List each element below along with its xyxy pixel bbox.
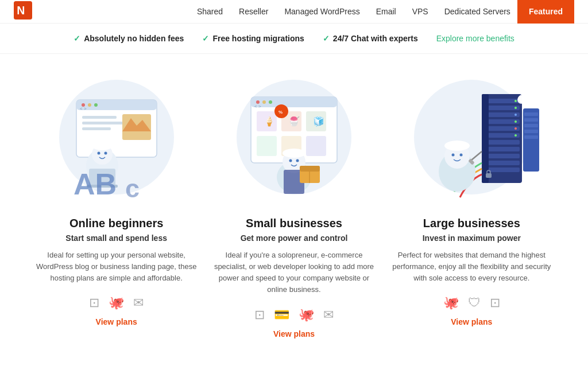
check-icon-1: ✓	[74, 34, 80, 43]
main-nav: N Shared Reseller Managed WordPress Emai…	[0, 0, 588, 24]
svg-point-27	[262, 100, 266, 104]
svg-rect-74	[524, 130, 538, 133]
nav-vps[interactable]: VPS	[412, 7, 428, 16]
svg-rect-55	[484, 119, 520, 124]
svg-point-79	[460, 154, 463, 157]
card-desc-large: Perfect for websites that demand the hig…	[391, 250, 552, 284]
svg-point-63	[514, 100, 517, 102]
card-subtitle-beginners: Start small and spend less	[65, 233, 167, 243]
svg-text:c: c	[125, 174, 140, 203]
svg-text:%: %	[278, 110, 283, 115]
svg-rect-9	[82, 116, 117, 119]
svg-rect-70	[523, 108, 539, 172]
icon-shared-beginners: ⊡	[89, 295, 99, 310]
svg-rect-58	[484, 140, 520, 145]
icon-person-large: 🐙	[443, 295, 459, 310]
cards-row: < >	[34, 77, 554, 338]
svg-point-16	[97, 152, 100, 155]
svg-point-66	[514, 120, 517, 123]
card-desc-beginners: Ideal for setting up your personal websi…	[36, 250, 197, 284]
svg-point-64	[514, 107, 517, 109]
card-large-businesses: Large businesses Invest in maximum power…	[390, 77, 554, 338]
icon-server-large: ⊡	[490, 295, 500, 310]
nav-shared[interactable]: Shared	[197, 7, 223, 16]
svg-rect-60	[484, 154, 520, 158]
view-plans-beginners[interactable]: View plans	[96, 317, 137, 326]
svg-text:🍧: 🍧	[288, 116, 300, 127]
svg-point-46	[283, 149, 305, 158]
svg-rect-57	[484, 133, 520, 138]
card-online-beginners: < >	[34, 77, 198, 338]
svg-text:< >: < >	[254, 104, 261, 109]
svg-text:N: N	[17, 4, 25, 17]
nav-email[interactable]: Email	[376, 7, 396, 16]
icon-card-small: 💳	[274, 307, 289, 322]
svg-rect-59	[484, 147, 520, 151]
svg-point-17	[104, 152, 107, 155]
svg-rect-72	[524, 118, 538, 122]
card-small-businesses: < > % 🍦 🍧 🧊	[212, 77, 376, 338]
svg-text:AB: AB	[74, 168, 117, 201]
svg-rect-52	[484, 99, 520, 103]
svg-rect-10	[82, 122, 128, 124]
nav-managed-wordpress[interactable]: Managed WordPress	[284, 7, 359, 16]
svg-text:< >: < >	[80, 106, 87, 111]
svg-point-67	[514, 127, 517, 130]
nav-dedicated-servers[interactable]: Dedicated Servers	[444, 7, 510, 16]
benefit-label-1: Absolutely no hidden fees	[84, 34, 184, 43]
check-icon-3: ✓	[323, 34, 330, 43]
svg-text:🧊: 🧊	[313, 116, 324, 127]
svg-point-86	[517, 96, 525, 104]
icon-person-beginners: 🐙	[109, 295, 124, 310]
svg-point-68	[514, 134, 517, 137]
benefit-chat: ✓ 24/7 Chat with experts	[323, 34, 418, 43]
svg-rect-71	[524, 112, 538, 116]
check-icon-2: ✓	[202, 34, 209, 43]
svg-point-18	[92, 141, 113, 150]
icons-row-small: ⊡ 💳 🐙 ✉	[254, 307, 334, 322]
benefit-no-hidden-fees: ✓ Absolutely no hidden fees	[74, 34, 184, 43]
nav-links: Shared Reseller Managed WordPress Email …	[197, 7, 510, 16]
benefit-label-3: 24/7 Chat with experts	[333, 34, 418, 43]
svg-rect-61	[484, 161, 520, 165]
logo[interactable]: N	[14, 1, 32, 22]
icon-person-small: 🐙	[299, 307, 314, 322]
svg-point-87	[525, 96, 532, 103]
svg-text:🍦: 🍦	[264, 116, 275, 127]
nav-reseller[interactable]: Reseller	[239, 7, 268, 16]
svg-point-6	[88, 103, 91, 107]
svg-point-78	[452, 154, 455, 157]
icons-row-large: 🐙 🛡 ⊡	[443, 295, 500, 310]
svg-point-28	[269, 100, 272, 104]
icon-shield-large: 🛡	[468, 295, 481, 310]
svg-rect-33	[257, 136, 277, 156]
svg-rect-73	[524, 124, 538, 127]
illustration-beginners: < >	[42, 77, 191, 203]
explore-more-link[interactable]: Explore more benefits	[436, 34, 514, 43]
featured-button[interactable]: Featured	[517, 0, 574, 24]
icons-row-beginners: ⊡ 🐙 ✉	[89, 295, 144, 310]
view-plans-large[interactable]: View plans	[451, 317, 492, 326]
card-subtitle-small: Get more power and control	[241, 233, 348, 243]
icon-email-small: ✉	[323, 307, 334, 322]
card-title-large: Large businesses	[423, 217, 520, 230]
illustration-large	[397, 77, 546, 203]
benefit-label-2: Free hosting migrations	[212, 34, 304, 43]
card-title-small: Small businesses	[246, 217, 342, 230]
card-subtitle-large: Invest in maximum power	[423, 233, 521, 243]
svg-point-44	[289, 159, 292, 162]
benefit-free-migrations: ✓ Free hosting migrations	[202, 34, 304, 43]
svg-rect-11	[82, 127, 111, 130]
svg-rect-62	[484, 168, 520, 172]
svg-point-45	[296, 159, 299, 162]
svg-point-65	[514, 114, 517, 116]
card-title-beginners: Online beginners	[69, 217, 163, 230]
view-plans-small[interactable]: View plans	[273, 329, 315, 338]
svg-rect-56	[484, 126, 520, 131]
benefits-bar: ✓ Absolutely no hidden fees ✓ Free hosti…	[0, 24, 588, 54]
icon-shared-small: ⊡	[254, 307, 265, 322]
main-section: < >	[0, 54, 588, 361]
svg-rect-35	[306, 136, 326, 156]
svg-rect-54	[484, 112, 520, 117]
svg-point-80	[444, 141, 470, 151]
